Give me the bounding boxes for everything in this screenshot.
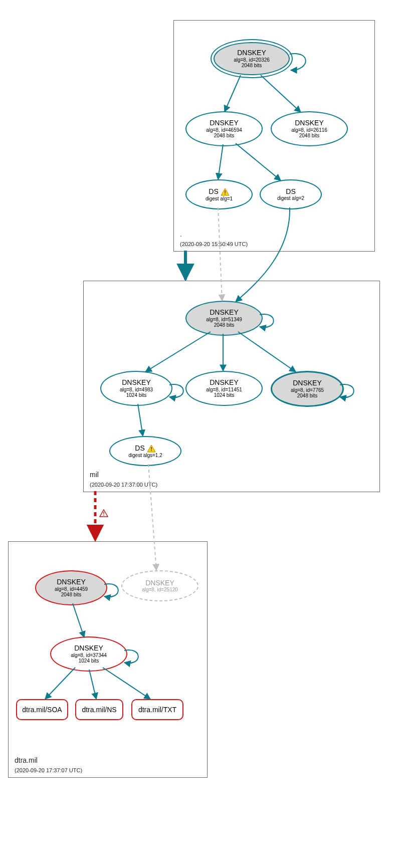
- node-sub2: 2048 bits: [297, 393, 318, 398]
- rrset-soa: dtra.mil/SOA: [16, 699, 68, 720]
- node-title: DNSKEY: [293, 379, 322, 387]
- node-title: DNSKEY: [74, 644, 103, 652]
- node-sub2: 2048 bits: [242, 63, 262, 68]
- rrset-label: dtra.mil/SOA: [22, 706, 62, 714]
- node-root-ds1: DS ! digest alg=1: [185, 179, 253, 209]
- svg-text:!: !: [224, 189, 226, 195]
- rrset-label: dtra.mil/NS: [82, 706, 116, 714]
- node-mil-zsk-11451: DNSKEY alg=8, id=11451 1024 bits: [185, 371, 263, 406]
- node-sub1: alg=8, id=51349: [206, 317, 242, 322]
- node-mil-ksk: DNSKEY alg=8, id=51349 2048 bits: [185, 301, 263, 336]
- node-sub1: alg=8, id=4459: [55, 586, 88, 592]
- zone-dtra-label: dtra.mil: [15, 756, 38, 764]
- node-sub2: 2048 bits: [299, 133, 320, 138]
- node-mil-zsk-7765: DNSKEY alg=8, id=7765 2048 bits: [271, 371, 344, 407]
- rrset-ns: dtra.mil/NS: [75, 699, 123, 720]
- node-title: DNSKEY: [145, 579, 174, 587]
- node-root-zsk-46594: DNSKEY alg=8, id=46594 2048 bits: [185, 111, 263, 146]
- node-dtra-zsk: DNSKEY alg=8, id=37344 1024 bits: [50, 636, 127, 672]
- node-root-zsk-26116: DNSKEY alg=8, id=26116 2048 bits: [271, 111, 348, 146]
- node-title: DS: [209, 188, 218, 195]
- node-sub1: digest alg=2: [277, 195, 304, 201]
- node-sub1: alg=8, id=25120: [142, 587, 178, 592]
- node-sub1: alg=8, id=7765: [291, 387, 324, 393]
- node-mil-zsk-4983: DNSKEY alg=8, id=4983 1024 bits: [100, 371, 172, 406]
- zone-root-timestamp: (2020-09-20 15:50:49 UTC): [180, 241, 248, 247]
- node-sub2: 2048 bits: [61, 592, 82, 597]
- rrset-label: dtra.mil/TXT: [138, 706, 176, 714]
- node-sub2: 1024 bits: [126, 392, 147, 398]
- zone-root-label: .: [180, 230, 182, 238]
- node-sub2: 1024 bits: [214, 392, 235, 398]
- node-sub1: alg=8, id=26116: [291, 127, 327, 133]
- node-mil-ds: DS ! digest algs=1,2: [109, 436, 181, 466]
- node-sub1: alg=8, id=11451: [206, 387, 242, 392]
- zone-mil-label: mil: [90, 471, 99, 479]
- node-title: DNSKEY: [122, 379, 151, 386]
- node-sub1: alg=8, id=37344: [71, 653, 107, 658]
- svg-text:!: !: [150, 446, 152, 452]
- node-sub2: 1024 bits: [79, 658, 99, 664]
- node-sub1: alg=8, id=20326: [234, 57, 270, 63]
- node-title: DNSKEY: [295, 119, 324, 127]
- warning-icon: !: [147, 445, 156, 453]
- node-title: DS: [135, 445, 144, 452]
- node-sub1: alg=8, id=4983: [120, 387, 153, 392]
- node-title: DNSKEY: [57, 578, 86, 586]
- node-sub1: alg=8, id=46594: [206, 127, 242, 133]
- zone-dtra-timestamp: (2020-09-20 17:37:07 UTC): [15, 767, 82, 773]
- node-dtra-missing-key: DNSKEY alg=8, id=25120: [121, 570, 198, 601]
- svg-marker-4: [100, 510, 108, 517]
- node-sub2: 2048 bits: [214, 133, 235, 138]
- node-sub2: 2048 bits: [214, 322, 235, 328]
- node-title: DNSKEY: [210, 119, 239, 127]
- rrset-txt: dtra.mil/TXT: [131, 699, 183, 720]
- warning-icon: !: [221, 188, 230, 196]
- warning-icon-edge: !: [100, 510, 108, 517]
- zone-mil-timestamp: (2020-09-20 17:37:00 UTC): [90, 482, 157, 488]
- node-root-ksk: DNSKEY alg=8, id=20326 2048 bits: [211, 39, 291, 76]
- node-title: DS: [286, 188, 295, 195]
- node-title: DNSKEY: [210, 379, 239, 386]
- svg-text:!: !: [103, 511, 105, 517]
- node-root-ds2: DS digest alg=2: [260, 179, 322, 209]
- node-sub1: digest algs=1,2: [128, 453, 162, 458]
- node-title: DNSKEY: [210, 309, 239, 316]
- node-title: DNSKEY: [237, 49, 266, 57]
- node-sub1: digest alg=1: [206, 196, 233, 201]
- node-dtra-ksk: DNSKEY alg=8, id=4459 2048 bits: [35, 570, 107, 605]
